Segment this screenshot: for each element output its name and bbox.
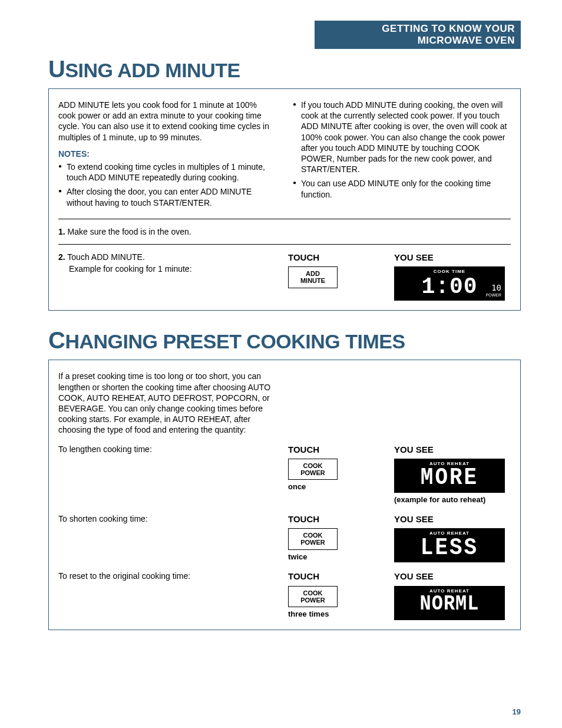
- section2-title: CHANGING PRESET COOKING TIMES: [48, 327, 521, 354]
- title-rest: HANGING PRESET COOKING TIMES: [65, 330, 405, 353]
- title-rest: SING ADD MINUTE: [65, 59, 240, 81]
- yousee-label: YOU SEE: [394, 513, 511, 525]
- row-text: To lengthen cooking time:: [58, 444, 276, 454]
- notes-heading: NOTES:: [58, 149, 276, 159]
- divider: [58, 219, 511, 219]
- button-line2: POWER: [300, 469, 325, 476]
- step2-body: Touch ADD MINUTE.: [67, 252, 144, 262]
- button-line1: COOK: [303, 462, 323, 469]
- section1-right-col: If you touch ADD MINUTE during cooking, …: [293, 100, 511, 212]
- button-line2: MINUTE: [300, 277, 325, 284]
- touch-column: TOUCH COOK POWER three times: [288, 571, 382, 620]
- step1-body: Make sure the food is in the oven.: [68, 227, 191, 236]
- lcd-display-norml: AUTO REHEAT NORML: [394, 586, 505, 620]
- touch-label: TOUCH: [288, 513, 382, 525]
- section1-left-col: ADD MINUTE lets you cook food for 1 minu…: [58, 100, 276, 212]
- section1-title: USING ADD MINUTE: [48, 56, 521, 83]
- page-number: 19: [513, 707, 521, 716]
- lcd-text: LESS: [399, 536, 500, 560]
- lcd-power-indicator: 10 POWER: [486, 284, 501, 297]
- section1-columns: ADD MINUTE lets you cook food for 1 minu…: [58, 100, 511, 212]
- button-line1: COOK: [303, 532, 323, 539]
- section1-intro: ADD MINUTE lets you cook food for 1 minu…: [58, 100, 276, 143]
- step1-row: 1. Make sure the food is in the oven.: [58, 226, 511, 237]
- note-item: You can use ADD MINUTE only for the cook…: [293, 178, 511, 199]
- yousee-label: YOU SEE: [394, 252, 511, 263]
- note-item: If you touch ADD MINUTE during cooking, …: [293, 100, 511, 174]
- preset-row-shorten: To shorten cooking time: TOUCH COOK POWE…: [58, 513, 511, 563]
- cook-power-button: COOK POWER: [288, 459, 338, 480]
- step2-number: 2.: [58, 252, 65, 262]
- step2-text: 2. Touch ADD MINUTE. Example for cooking…: [58, 252, 276, 274]
- touch-column: TOUCH ADD MINUTE: [288, 252, 382, 291]
- lcd-power-label: POWER: [486, 293, 501, 297]
- page-content: USING ADD MINUTE ADD MINUTE lets you coo…: [48, 56, 521, 630]
- yousee-column: YOU SEE COOK TIME 1:00 10 POWER: [394, 252, 511, 301]
- left-notes-list: To extend cooking time cycles in multipl…: [58, 162, 276, 208]
- press-count: twice: [288, 552, 382, 562]
- lcd-display-less: AUTO REHEAT LESS: [394, 528, 505, 562]
- row-text: To reset to the original cooking time:: [58, 571, 276, 581]
- button-line1: ADD: [306, 270, 320, 277]
- preset-row-reset: To reset to the original cooking time: T…: [58, 571, 511, 620]
- row-text: To shorten cooking time:: [58, 513, 276, 524]
- yousee-column: YOU SEE AUTO REHEAT NORML: [394, 571, 511, 620]
- preset-row-lengthen: To lengthen cooking time: TOUCH COOK POW…: [58, 444, 511, 505]
- step1-text: 1. Make sure the food is in the oven.: [58, 226, 276, 237]
- header-section-bar: GETTING TO KNOW YOUR MICROWAVE OVEN: [315, 21, 521, 49]
- section1-box: ADD MINUTE lets you cook food for 1 minu…: [48, 88, 521, 311]
- button-line2: POWER: [300, 597, 325, 604]
- step2-row: 2. Touch ADD MINUTE. Example for cooking…: [58, 252, 511, 301]
- title-firstletter: U: [48, 56, 65, 82]
- cook-power-button: COOK POWER: [288, 528, 338, 549]
- cook-power-button: COOK POWER: [288, 586, 338, 607]
- section2-intro: If a preset cooking time is too long or …: [58, 371, 282, 435]
- lcd-text: NORML: [399, 594, 500, 615]
- button-line1: COOK: [303, 589, 323, 597]
- touch-column: TOUCH COOK POWER once: [288, 444, 382, 493]
- right-notes-list: If you touch ADD MINUTE during cooking, …: [293, 100, 511, 200]
- touch-label: TOUCH: [288, 571, 382, 582]
- yousee-column: YOU SEE AUTO REHEAT MORE (example for au…: [394, 444, 511, 505]
- lcd-display-more: AUTO REHEAT MORE: [394, 459, 505, 493]
- step2-example: Example for cooking for 1 minute:: [58, 263, 276, 274]
- divider: [58, 244, 511, 245]
- title-firstletter: C: [48, 327, 65, 353]
- touch-label: TOUCH: [288, 444, 382, 456]
- step1-number: 1.: [58, 227, 65, 236]
- note-item: After closing the door, you can enter AD…: [58, 186, 276, 207]
- button-line2: POWER: [300, 539, 325, 546]
- lcd-display-time: COOK TIME 1:00 10 POWER: [394, 266, 505, 301]
- yousee-column: YOU SEE AUTO REHEAT LESS: [394, 513, 511, 563]
- lcd-caption: (example for auto reheat): [394, 495, 511, 505]
- lcd-text: MORE: [399, 466, 500, 490]
- press-count: three times: [288, 610, 382, 620]
- touch-label: TOUCH: [288, 252, 382, 263]
- section2: CHANGING PRESET COOKING TIMES If a prese…: [48, 327, 521, 630]
- press-count: once: [288, 482, 382, 492]
- yousee-label: YOU SEE: [394, 444, 511, 456]
- lcd-power-num: 10: [491, 283, 501, 292]
- note-item: To extend cooking time cycles in multipl…: [58, 162, 276, 183]
- section2-box: If a preset cooking time is too long or …: [48, 360, 521, 630]
- lcd-time-value: 1:00: [399, 276, 500, 298]
- lcd-time-text: 1:00: [421, 276, 477, 298]
- touch-column: TOUCH COOK POWER twice: [288, 513, 382, 562]
- add-minute-button: ADD MINUTE: [288, 266, 338, 288]
- yousee-label: YOU SEE: [394, 571, 511, 582]
